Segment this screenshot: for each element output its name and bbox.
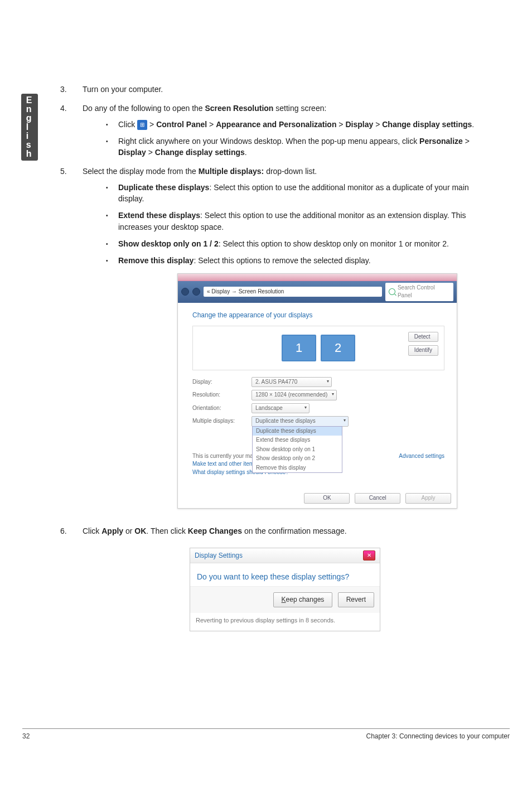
- keep-changes-button[interactable]: Keep changes: [273, 592, 333, 607]
- detect-button[interactable]: Detect: [408, 332, 438, 342]
- resolution-dropdown[interactable]: 1280 × 1024 (recommended): [252, 390, 337, 400]
- window-titlebar: [178, 274, 457, 281]
- explorer-toolbar: « Display → Screen Resolution Search Con…: [178, 281, 457, 303]
- apply-button[interactable]: Apply: [405, 493, 451, 504]
- step-4a: Click ⊞ > Control Panel > Appearance and…: [100, 119, 487, 130]
- display-label: Display:: [192, 378, 243, 386]
- close-icon[interactable]: ✕: [363, 550, 375, 561]
- display-dropdown[interactable]: 2. ASUS PA4770: [252, 377, 332, 388]
- multiple-displays-options: Duplicate these displays Extend these di…: [252, 426, 342, 474]
- dd-option[interactable]: Duplicate these displays: [253, 427, 342, 436]
- step-5d: Remove this display: Select this options…: [100, 255, 487, 266]
- step-5: Select the display mode from the Multipl…: [21, 166, 487, 508]
- multiple-displays-label: Multiple displays:: [192, 417, 243, 426]
- start-icon: ⊞: [137, 120, 147, 130]
- nav-back-icon[interactable]: [181, 288, 189, 296]
- multiple-displays-dropdown[interactable]: Duplicate these displays Duplicate these…: [252, 416, 349, 427]
- monitor-2[interactable]: 2: [321, 335, 355, 361]
- step-6: Click Apply or OK. Then click Keep Chang…: [21, 525, 487, 631]
- page-number: 32: [22, 732, 30, 740]
- step-4b: Right click anywhere on your Windows des…: [100, 136, 487, 158]
- dialog-title: Display Settings: [195, 551, 243, 561]
- page-footer: 32 Chapter 3: Connecting devices to your…: [22, 728, 510, 740]
- breadcrumb[interactable]: « Display → Screen Resolution: [204, 287, 382, 297]
- dd-option[interactable]: Show desktop only on 1: [253, 445, 342, 455]
- display-settings-dialog: Display Settings ✕ Do you want to keep t…: [190, 548, 380, 631]
- dd-option[interactable]: Extend these displays: [253, 436, 342, 445]
- step-4: Do any of the following to open the Scre…: [21, 103, 487, 158]
- advanced-settings-link[interactable]: Advanced settings: [399, 452, 444, 477]
- revert-button[interactable]: Revert: [338, 592, 374, 607]
- monitor-preview[interactable]: 1 2 Detect Identify: [192, 326, 444, 370]
- orientation-label: Orientation:: [192, 404, 243, 413]
- ok-button[interactable]: OK: [304, 493, 350, 504]
- search-input[interactable]: Search Control Panel: [385, 283, 453, 301]
- screen-resolution-window: « Display → Screen Resolution Search Con…: [177, 273, 457, 509]
- resolution-label: Resolution:: [192, 391, 243, 399]
- cancel-button[interactable]: Cancel: [355, 493, 400, 504]
- panel-heading: Change the appearance of your displays: [192, 311, 444, 320]
- monitor-1[interactable]: 1: [282, 335, 316, 361]
- orientation-dropdown[interactable]: Landscape: [252, 403, 309, 414]
- search-icon: [389, 288, 395, 295]
- step-5a: Duplicate these displays: Select this op…: [100, 182, 487, 205]
- step-5c: Show desktop only on 1 / 2: Select this …: [100, 238, 487, 249]
- dd-option[interactable]: Remove this display: [253, 463, 342, 473]
- nav-fwd-icon[interactable]: [192, 288, 200, 296]
- step-5b: Extend these displays: Select this optio…: [100, 210, 487, 233]
- dialog-question: Do you want to keep these display settin…: [190, 563, 380, 586]
- dd-option[interactable]: Show desktop only on 2: [253, 454, 342, 463]
- chapter-title: Chapter 3: Connecting devices to your co…: [366, 732, 510, 740]
- dialog-footer-text: Reverting to previous display settings i…: [190, 613, 380, 631]
- step-3: Turn on your computer.: [21, 84, 487, 95]
- identify-button[interactable]: Identify: [408, 345, 438, 356]
